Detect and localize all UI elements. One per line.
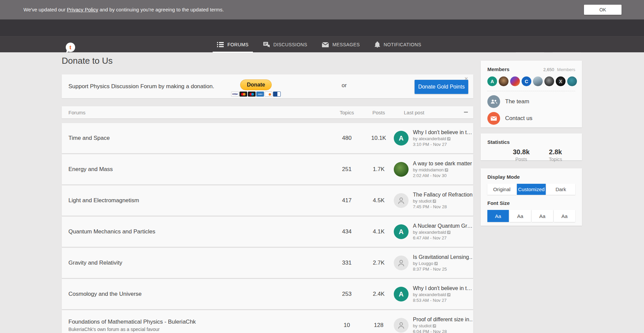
forum-name[interactable]: Light and Electromagnetism <box>62 197 330 204</box>
tab-discussions[interactable]: DISCUSSIONS <box>263 37 307 53</box>
forums-table-header: Forums Topics Posts Last post <box>62 106 473 118</box>
last-post-author[interactable]: by Louggo <box>413 261 473 266</box>
forum-name[interactable]: Foundations of Mathematical Physics - Bu… <box>62 319 330 325</box>
avatar[interactable] <box>499 76 508 86</box>
forum-name[interactable]: Cosmology and the Universe <box>62 291 330 297</box>
forum-subtitle: BukeriaChk's own forum as a special favo… <box>62 327 330 332</box>
last-post-author[interactable]: by alexanderbald <box>413 136 472 141</box>
font-size-option-2[interactable]: Aa <box>532 210 553 222</box>
font-size-option-0[interactable]: Aa <box>487 210 509 222</box>
forum-topics-count: 417 <box>330 197 364 204</box>
last-post-time: 6:04 PM - Nov 28 <box>413 329 473 333</box>
forum-row[interactable]: Foundations of Mathematical Physics - Bu… <box>62 310 473 333</box>
nav-tabs: FORUMS DISCUSSIONS MESSAGES NOTIFICATION… <box>217 37 421 53</box>
default-avatar[interactable] <box>394 256 409 270</box>
close-icon[interactable]: × <box>465 75 468 82</box>
last-post-title[interactable]: A Nuclear Quantum Gr… <box>413 223 473 229</box>
default-avatar[interactable] <box>394 318 409 333</box>
last-post-author[interactable]: by alexanderbald <box>413 292 472 297</box>
last-post-title[interactable]: Is Gravitational Lensing… <box>413 254 473 260</box>
avatar[interactable] <box>533 76 543 86</box>
members-avatars: ACX <box>487 76 575 86</box>
forum-row[interactable]: Quantum Mechanics and Particles 434 4.1K… <box>62 217 473 247</box>
team-icon <box>487 95 500 108</box>
paypal-donate-button[interactable]: Donate <box>240 79 272 90</box>
default-avatar[interactable] <box>394 193 409 208</box>
mail-icon <box>487 112 500 125</box>
last-post-author[interactable]: by studiot <box>413 199 473 204</box>
font-size-title: Font Size <box>487 200 575 206</box>
last-post: The Fallacy of Refraction by studiot 7:4… <box>394 192 473 209</box>
avatar[interactable] <box>394 162 409 177</box>
last-post-author[interactable]: by studiot <box>413 323 473 328</box>
avatar[interactable] <box>567 76 577 86</box>
last-post-title[interactable]: A way to see dark matter <box>413 161 472 167</box>
forum-posts-count: 4.5K <box>364 197 394 204</box>
last-post-time: 8:53 AM - Nov 27 <box>413 298 472 303</box>
forum-name[interactable]: Gravity and Relativity <box>62 260 330 266</box>
paypal-block: Donate VISA AMEX <box>231 79 281 97</box>
last-post-title[interactable]: Why I don't believe in t… <box>413 129 472 135</box>
last-post-time: 8:37 PM - Nov 25 <box>413 267 473 272</box>
site-logo[interactable]: t <box>66 43 75 52</box>
last-post-title[interactable]: Proof of different size in… <box>413 317 473 323</box>
topics-stat-label: Topics <box>542 157 569 162</box>
display-mode-option-2[interactable]: Dark <box>546 184 575 195</box>
members-card: Members 2,650 Members ACX The team Conta… <box>481 61 582 127</box>
forum-row[interactable]: Gravity and Relativity 331 2.7K Is Gravi… <box>62 248 473 278</box>
forum-row[interactable]: Cosmology and the Universe 253 2.4K A Wh… <box>62 279 473 309</box>
members-count-value: 2,650 <box>543 67 554 72</box>
forum-row[interactable]: Light and Electromagnetism 417 4.5K The … <box>62 185 473 216</box>
forum-posts-count: 10.1K <box>364 135 394 142</box>
forum-name[interactable]: Time and Space <box>62 135 330 142</box>
last-post-time: 6:47 AM - Nov 27 <box>413 235 473 240</box>
posts-stat-value: 30.8k <box>508 148 534 156</box>
nav-bar: FORUMS DISCUSSIONS MESSAGES NOTIFICATION… <box>0 36 644 52</box>
visa-card-icon: VISA <box>231 92 239 97</box>
members-title: Members <box>487 66 509 72</box>
avatar[interactable]: X <box>556 76 566 86</box>
display-mode-segments: OriginalCustomizedDark <box>487 184 575 195</box>
privacy-policy-link[interactable]: Privacy Policy <box>67 7 98 12</box>
donate-gold-points-button[interactable]: Donate Gold Points <box>415 80 468 94</box>
font-size-segments: AaAaAaAa <box>487 210 575 222</box>
forum-topics-count: 253 <box>330 291 364 297</box>
collapse-icon[interactable] <box>464 112 468 113</box>
avatar[interactable]: A <box>394 287 409 301</box>
forum-row[interactable]: Time and Space 480 10.1K A Why I don't b… <box>62 123 473 153</box>
team-link[interactable]: The team <box>487 95 575 108</box>
privacy-message: We've updated our Privacy Policy and by … <box>23 0 224 19</box>
font-size-option-1[interactable]: Aa <box>509 210 531 222</box>
contact-link[interactable]: Contact us <box>487 112 575 125</box>
members-count: 2,650 Members <box>543 67 575 72</box>
display-mode-option-0[interactable]: Original <box>487 184 516 195</box>
forum-row[interactable]: Energy and Mass 251 1.7K A way to see da… <box>62 154 473 184</box>
last-post: A A Nuclear Quantum Gr… by alexanderbald… <box>394 223 473 240</box>
avatar[interactable]: A <box>394 224 409 239</box>
tab-forums[interactable]: FORUMS <box>217 37 249 53</box>
page-title: Donate to Us <box>62 56 113 66</box>
avatar[interactable] <box>510 76 520 86</box>
forum-topics-count: 251 <box>330 166 364 173</box>
last-post-author[interactable]: by alexanderbald <box>413 230 473 235</box>
avatar[interactable]: C <box>522 76 531 86</box>
last-post-time: 2:02 AM - Nov 30 <box>413 173 472 178</box>
last-post-title[interactable]: The Fallacy of Refraction <box>413 192 473 198</box>
tab-messages[interactable]: MESSAGES <box>322 37 360 53</box>
forum-name[interactable]: Energy and Mass <box>62 166 330 173</box>
privacy-suffix: and by continuing you're agreeing to the… <box>100 7 224 12</box>
ok-button[interactable]: OK <box>584 5 622 15</box>
last-post-time: 3:10 PM - Nov 27 <box>413 142 472 147</box>
forum-name[interactable]: Quantum Mechanics and Particles <box>62 228 330 235</box>
avatar[interactable]: A <box>394 131 409 146</box>
tab-notifications[interactable]: NOTIFICATIONS <box>375 37 421 53</box>
avatar[interactable] <box>544 76 554 86</box>
external-link-icon <box>445 168 448 172</box>
display-mode-option-1[interactable]: Customized <box>517 184 546 195</box>
contact-label: Contact us <box>505 115 532 122</box>
forum-topics-count: 331 <box>330 260 364 266</box>
last-post-author[interactable]: by middsdamon <box>413 167 472 172</box>
last-post-title[interactable]: Why I don't believe in t… <box>413 285 472 291</box>
font-size-option-3[interactable]: Aa <box>554 210 575 222</box>
avatar[interactable]: A <box>487 76 497 86</box>
